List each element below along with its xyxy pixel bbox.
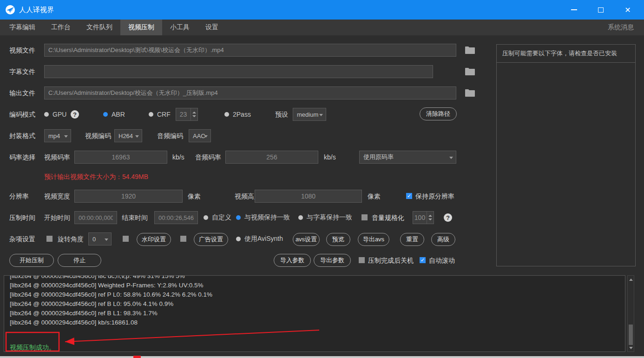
avs-settings-button[interactable]: avs设置 <box>293 233 320 246</box>
chevron-down-icon <box>204 135 208 138</box>
start-time-input[interactable] <box>74 211 117 224</box>
output-file-browse-button[interactable] <box>465 88 476 98</box>
autoscroll-checkbox[interactable] <box>420 257 426 263</box>
chevron-down-icon <box>319 114 323 116</box>
video-bitrate-unit: kb/s <box>172 151 184 164</box>
rotate-checkbox[interactable] <box>46 236 53 242</box>
stepper-up-icon[interactable] <box>428 215 432 217</box>
subtitle-file-input[interactable] <box>44 65 433 78</box>
tab-bar: 字幕编辑 工作台 文件队列 视频压制 小工具 设置 系统消息 <box>0 20 644 35</box>
video-file-browse-button[interactable] <box>465 46 476 55</box>
volume-value-stepper[interactable]: 100 <box>413 211 434 224</box>
estimated-size-text: 预计输出视频文件大小为：54.49MB <box>44 173 148 181</box>
export-avs-button[interactable]: 导出avs <box>358 233 389 246</box>
reset-button[interactable]: 重置 <box>400 233 424 246</box>
radio-gpu[interactable]: GPU <box>44 108 66 121</box>
tab-video-compress[interactable]: 视频压制 <box>120 20 162 35</box>
start-time-label: 开始时间 <box>44 211 70 224</box>
avisynth-radio[interactable]: 使用AviSynth <box>236 232 283 245</box>
window-controls: ✕ <box>560 0 641 20</box>
log-output-area[interactable]: [libx264 @ 00000294cdf456c0] i8c dc,h,v,… <box>4 275 625 352</box>
maximize-icon <box>598 7 604 13</box>
radio-crf[interactable]: CRF <box>149 108 171 121</box>
bitrate-row-label: 码率选择 <box>9 151 35 164</box>
radio-dot-icon <box>204 215 208 220</box>
volume-help-icon[interactable]: ? <box>444 213 452 222</box>
audio-codec-dropdown[interactable]: AAC <box>189 129 211 142</box>
video-width-input[interactable] <box>74 190 183 203</box>
tab-tools[interactable]: 小工具 <box>162 20 197 35</box>
preview-button[interactable]: 预览 <box>326 233 350 246</box>
audio-codec-label: 音频编码 <box>157 129 183 142</box>
output-file-input[interactable] <box>44 86 456 99</box>
maximize-button[interactable] <box>587 0 614 20</box>
volume-normalize-checkbox[interactable] <box>361 214 368 220</box>
log-scrollbar[interactable] <box>627 275 634 352</box>
video-bitrate-input[interactable] <box>74 151 167 164</box>
preset-dropdown[interactable]: medium <box>293 108 326 121</box>
stop-button[interactable]: 停止 <box>58 254 101 267</box>
minimize-button[interactable] <box>560 0 587 20</box>
system-message-button[interactable]: 系统消息 <box>608 20 634 35</box>
stepper-up-icon[interactable] <box>192 112 196 113</box>
stepper-arrows <box>427 212 434 224</box>
watermark-settings-button[interactable]: 水印设置 <box>137 233 171 246</box>
end-time-input[interactable] <box>154 211 198 224</box>
gpu-help-icon[interactable]: ? <box>71 110 79 119</box>
audio-bitrate-input[interactable] <box>225 151 318 164</box>
tab-settings[interactable]: 设置 <box>197 20 226 35</box>
ad-settings-button[interactable]: 广告设置 <box>194 233 228 246</box>
titlebar: 人人译视界 ✕ <box>0 0 644 20</box>
chevron-down-icon <box>105 239 108 241</box>
log-lines: [libx264 @ 00000294cdf456c0] i8c dc,h,v,… <box>10 275 625 327</box>
crf-value-stepper[interactable]: 23 <box>176 108 198 121</box>
radio-dot-icon <box>236 237 241 241</box>
scroll-up-button[interactable] <box>628 276 634 283</box>
export-params-button[interactable]: 导出参数 <box>314 254 351 267</box>
advanced-button[interactable]: 高级 <box>431 233 455 246</box>
stepper-down-icon[interactable] <box>428 219 432 220</box>
shutdown-after-label: 压制完成后关机 <box>368 254 414 267</box>
tab-workbench[interactable]: 工作台 <box>43 20 79 35</box>
rotate-angle-dropdown[interactable]: 0 <box>88 232 112 245</box>
scroll-down-button[interactable] <box>628 345 634 351</box>
ad-checkbox[interactable] <box>180 236 186 242</box>
radio-dot-icon <box>298 215 303 220</box>
bitrate-mode-dropdown[interactable]: 使用原码率 <box>359 151 456 164</box>
tab-subtitle-edit[interactable]: 字幕编辑 <box>1 20 43 35</box>
folder-icon <box>465 46 476 55</box>
tab-file-queue[interactable]: 文件队列 <box>79 20 120 35</box>
subtitle-file-browse-button[interactable] <box>465 67 476 76</box>
clear-path-button[interactable]: 清除路径 <box>420 107 457 120</box>
keep-resolution-checkbox[interactable] <box>406 193 412 199</box>
stepper-down-icon[interactable] <box>192 115 196 117</box>
scrollbar-thumb[interactable] <box>629 325 633 345</box>
radio-time-custom[interactable]: 自定义 <box>204 211 231 224</box>
log-line: [libx264 @ 00000294cdf456c0] kb/s:16861.… <box>10 318 625 327</box>
watermark-checkbox[interactable] <box>123 236 129 242</box>
audio-bitrate-label: 音频码率 <box>195 151 221 164</box>
radio-time-match-subtitle[interactable]: 与字幕保持一致 <box>298 211 352 224</box>
radio-abr[interactable]: ABR <box>103 108 125 121</box>
radio-time-match-video[interactable]: 与视频保持一致 <box>236 211 290 224</box>
end-time-label: 结束时间 <box>122 211 148 224</box>
radio-dot-icon <box>149 112 153 117</box>
video-height-input[interactable] <box>255 190 362 203</box>
subtitle-file-label: 字幕文件 <box>9 65 35 78</box>
start-compress-button[interactable]: 开始压制 <box>9 254 54 267</box>
video-codec-dropdown[interactable]: H264 <box>114 129 142 142</box>
app-logo-icon <box>5 4 16 15</box>
preset-label: 预设 <box>275 108 288 121</box>
keep-resolution-label: 保持原分辨率 <box>415 190 454 203</box>
chevron-down-icon <box>135 135 139 138</box>
import-params-button[interactable]: 导入参数 <box>274 254 311 267</box>
radio-2pass[interactable]: 2Pass <box>224 108 251 121</box>
shutdown-after-checkbox[interactable] <box>359 257 365 263</box>
container-format-dropdown[interactable]: mp4 <box>44 129 71 142</box>
close-button[interactable]: ✕ <box>614 0 641 20</box>
resolution-row-label: 分辨率 <box>9 190 29 203</box>
video-file-input[interactable] <box>44 44 456 57</box>
compress-success-message: 视频压制成功。 <box>10 344 55 352</box>
radio-dot-icon <box>103 112 108 117</box>
radio-dot-icon <box>224 112 229 117</box>
